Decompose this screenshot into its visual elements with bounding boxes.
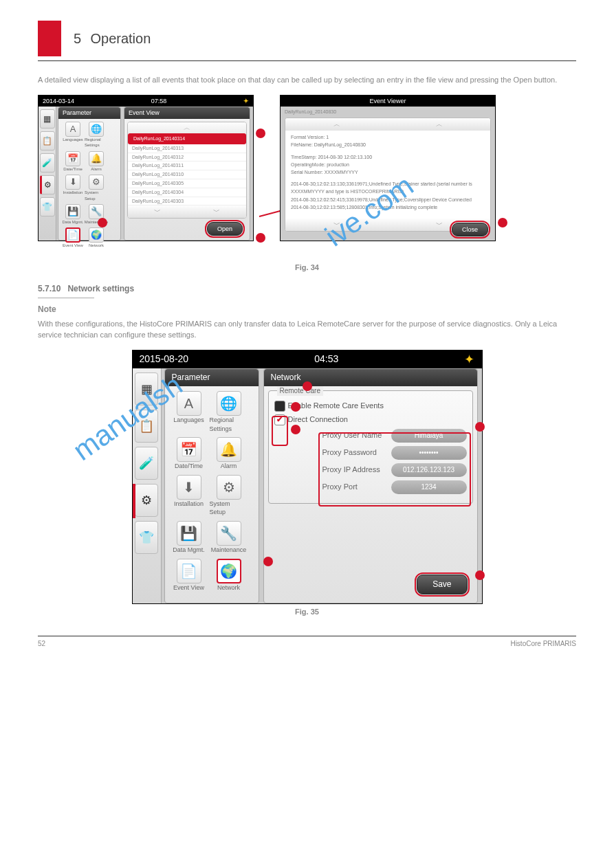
note-heading: Note <box>38 304 576 315</box>
note-body: With these configurations, the HistoCore… <box>38 319 576 340</box>
param-system[interactable]: ⚙System Setup <box>85 175 108 201</box>
statusbar-time: 04:53 <box>314 353 338 366</box>
section-underline <box>38 298 94 298</box>
callout-marker <box>256 129 265 138</box>
enable-remotecare-checkbox[interactable] <box>274 401 285 412</box>
svg-line-0 <box>259 210 283 216</box>
highlight-box <box>318 432 471 507</box>
param-eventview[interactable]: 📄Event View <box>170 559 208 592</box>
highlight-box <box>272 416 288 446</box>
param-datamgt[interactable]: 💾Data Mgmt. <box>170 521 208 555</box>
sidebar-item-user[interactable]: 👕 <box>40 197 55 216</box>
callout-marker <box>291 425 300 434</box>
callout-marker <box>498 218 507 227</box>
param-installation[interactable]: ⬇Installation <box>170 475 208 517</box>
section-number: 5.7.10 <box>38 283 61 295</box>
sidebar-item-settings[interactable]: ⚙ <box>40 175 55 194</box>
parameter-panel-header: Parameter <box>165 369 259 386</box>
network-panel-header: Network <box>264 369 477 386</box>
param-regional[interactable]: 🌐Regional Settings <box>85 122 108 148</box>
log-line: Format Version: 1 <box>291 133 485 141</box>
callout-marker <box>291 402 300 412</box>
scroll-end-icon[interactable]: ﹀ <box>187 205 246 218</box>
param-regional[interactable]: 🌐Regional Settings <box>210 391 248 433</box>
param-languages[interactable]: ALanguages <box>170 391 208 433</box>
param-datamgt[interactable]: 💾Data Mgmt. <box>61 204 85 225</box>
log-line: 2014-08-30;12:02:13:130;33619971;Undefin… <box>291 180 485 195</box>
sidebar-item-reagents[interactable]: 🧪 <box>40 153 55 173</box>
sidebar-item-programs[interactable]: 📋 <box>40 131 55 151</box>
log-content-box: ︿︿ Format Version: 1 FileName: DailyRunL… <box>285 118 491 232</box>
sidebar-item-user[interactable]: 👕 <box>135 521 158 554</box>
page-number: 52 <box>38 639 45 649</box>
parameter-panel: Parameter ALanguages 🌐Regional Settings … <box>164 368 259 603</box>
param-system[interactable]: ⚙System Setup <box>210 475 248 517</box>
parameter-panel-header: Parameter <box>58 107 120 119</box>
log-line: TimeStamp: 2014-08-30 12:02:13.100 <box>291 153 485 161</box>
callout-marker <box>303 381 312 391</box>
sidebar-item-reagents[interactable]: 🧪 <box>135 447 158 480</box>
section-title: Network settings <box>67 283 134 295</box>
log-line: Serial Number: XXXXMMYYYY <box>291 168 485 176</box>
log-filename: DailyRunLog_20140830 <box>281 107 495 118</box>
callout-marker <box>263 557 273 566</box>
log-line: 2014-08-30;12:02:52:415;33619978;Undefin… <box>291 196 485 203</box>
figure-caption: Fig. 34 <box>38 263 576 273</box>
param-network[interactable]: 🌍Network <box>210 559 248 592</box>
chapter-title: Operation <box>90 31 151 46</box>
plus-icon: ✦ <box>243 97 249 106</box>
statusbar-date: 2014-03-14 <box>43 97 74 106</box>
statusbar-time: 07:58 <box>151 97 167 106</box>
param-datetime[interactable]: 📅Date/Time <box>61 151 85 172</box>
intro-paragraph: A detailed view displaying a list of all… <box>38 75 576 85</box>
header-divider <box>38 60 576 61</box>
param-alarm[interactable]: 🔔Alarm <box>210 437 248 471</box>
list-item[interactable]: DailyRunLog_20140312 <box>128 153 246 162</box>
eventview-panel: Event View ︿ DailyRunLog_20140314 DailyR… <box>124 107 250 241</box>
list-item[interactable]: DailyRunLog_20140303 <box>128 197 246 206</box>
sidebar-item-dashboard[interactable]: ▦ <box>40 109 55 129</box>
callout-marker <box>475 422 485 432</box>
open-button[interactable]: Open <box>207 222 243 236</box>
eventview-panel-header: Event View <box>124 107 250 119</box>
scroll-up-icon[interactable]: ︿ <box>285 118 388 131</box>
param-network[interactable]: 🌍Network <box>85 227 108 248</box>
param-installation[interactable]: ⬇Installation <box>61 175 85 201</box>
list-item[interactable]: DailyRunLog_20140304 <box>128 188 246 197</box>
sidebar-item-programs[interactable]: 📋 <box>135 410 158 443</box>
parameter-panel: Parameter ALanguages 🌐Regional Settings … <box>58 107 121 241</box>
remote-care-legend: Remote Care <box>277 386 323 396</box>
save-button[interactable]: Save <box>417 575 467 594</box>
scroll-down-icon[interactable]: ﹀ <box>128 205 187 218</box>
param-datetime[interactable]: 📅Date/Time <box>170 437 208 471</box>
log-line: OperatingMode: production <box>291 161 485 168</box>
dialog-title: Event Viewer <box>370 97 406 106</box>
enable-remotecare-label: Enable Remote Care Events <box>288 401 384 411</box>
list-item[interactable]: DailyRunLog_20140313 <box>128 144 246 153</box>
statusbar-date: 2015-08-20 <box>140 353 189 366</box>
sidebar-item-settings[interactable]: ⚙ <box>135 484 158 517</box>
scroll-up-icon[interactable]: ︿ <box>128 122 246 133</box>
scroll-down-icon[interactable]: ﹀ <box>285 219 388 231</box>
scroll-top-icon[interactable]: ︿ <box>388 118 490 131</box>
close-button[interactable]: Close <box>452 223 488 237</box>
plus-icon: ✦ <box>464 351 474 368</box>
list-item[interactable]: DailyRunLog_20140305 <box>128 179 246 188</box>
param-languages[interactable]: ALanguages <box>61 122 85 148</box>
list-item[interactable]: DailyRunLog_20140311 <box>128 162 246 170</box>
param-eventview[interactable]: 📄Event View <box>61 227 85 248</box>
screenshot-event-viewer: Event Viewer DailyRunLog_20140830 ︿︿ For… <box>280 95 496 241</box>
main-sidebar: ▦ 📋 🧪 ⚙ 👕 <box>133 368 162 603</box>
log-line: 2014-08-30;12:02:13:585;12808301;Info;Sy… <box>291 203 485 211</box>
screenshot-network-settings: 2015-08-20 04:53 ✦ ▦ 📋 🧪 ⚙ 👕 Parameter A… <box>132 350 483 604</box>
log-line: FileName: DailyRunLog_20140830 <box>291 141 485 148</box>
sidebar-item-dashboard[interactable]: ▦ <box>135 372 158 405</box>
figure-caption: Fig. 35 <box>38 607 576 617</box>
event-log-list: ︿ DailyRunLog_20140314 DailyRunLog_20140… <box>127 122 247 219</box>
list-item[interactable]: DailyRunLog_20140314 <box>128 133 246 144</box>
chapter-badge <box>38 21 61 56</box>
screenshot-settings-eventview: 2014-03-14 07:58 ✦ ▦ 📋 🧪 ⚙ 👕 Parameter A… <box>38 95 254 241</box>
list-item[interactable]: DailyRunLog_20140310 <box>128 170 246 179</box>
param-maintenance[interactable]: 🔧Maintenance <box>210 521 248 555</box>
param-alarm[interactable]: 🔔Alarm <box>85 151 108 172</box>
